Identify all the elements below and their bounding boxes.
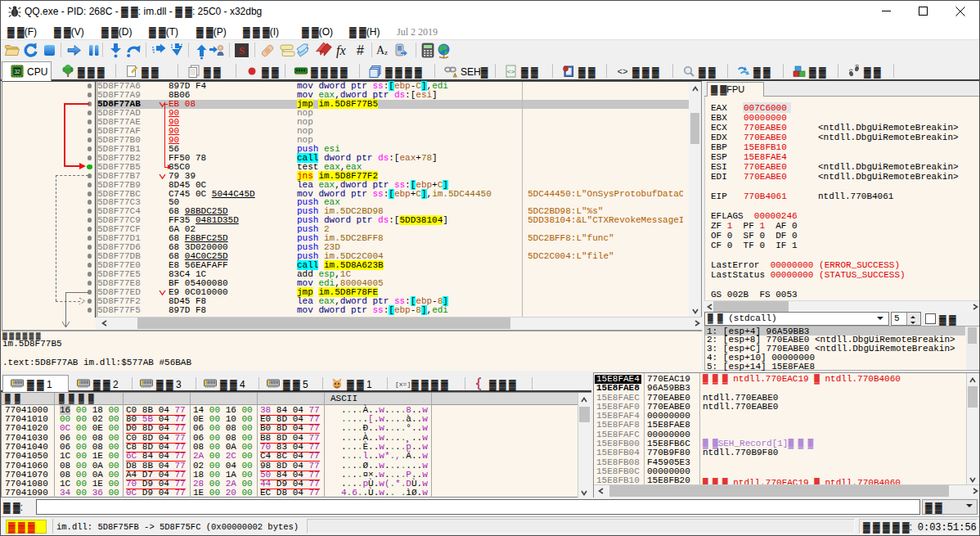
- svg-text:<>: <>: [617, 67, 627, 77]
- svg-text:z: z: [384, 48, 388, 56]
- svg-text:S: S: [239, 44, 245, 56]
- svg-text:<>: <>: [507, 68, 515, 75]
- svg-text:[x=]: [x=]: [395, 381, 411, 388]
- svg-text:fx: fx: [336, 43, 346, 58]
- svg-text:#: #: [357, 43, 364, 57]
- svg-text:32: 32: [14, 69, 20, 74]
- svg-text:!: !: [455, 74, 456, 78]
